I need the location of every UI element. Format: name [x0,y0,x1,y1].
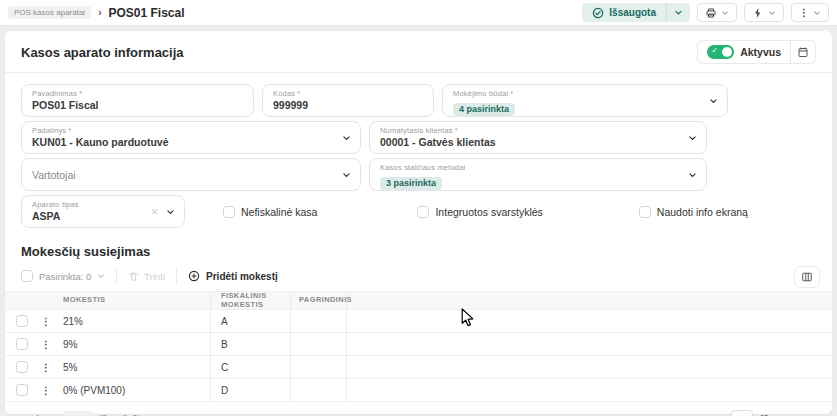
tax-section-title: Mokesčių susiejimas [5,228,832,269]
drawer-methods-badge: 3 pasirinkta [380,177,442,190]
row-menu-button[interactable]: ⋮ [33,379,59,401]
integrated-scales-checkbox[interactable] [417,206,429,218]
plus-circle-icon [188,270,200,282]
required-marker: * [510,89,513,98]
column-header-primary[interactable]: Pagrindinis [291,292,347,309]
row-menu-button[interactable]: ⋮ [33,356,59,378]
active-toggle[interactable]: ✓ [707,45,734,59]
chevron-down-icon[interactable] [342,170,351,179]
clear-icon[interactable]: × [151,205,158,219]
name-field[interactable]: Pavadinimas* POS01 Fiscal [21,84,254,117]
column-header-tax[interactable]: Mokestis [59,292,211,309]
chevron-down-icon[interactable] [688,170,697,179]
active-toggle-label: Aktyvus [740,46,781,58]
cell-fiscal-tax: A [211,310,291,332]
chevron-down-icon [721,9,729,17]
name-field-label: Pavadinimas [32,89,77,98]
calendar-icon [797,46,809,58]
info-screen-checkbox-item[interactable]: Naudoti info ekraną [639,206,748,218]
chevron-down-icon[interactable] [166,207,175,216]
row-checkbox[interactable] [16,361,28,373]
print-button[interactable] [697,3,737,22]
table-footer: Rodoma 1 - 4 iš 4 eilučių ‹ ANKSTESNIS 1… [5,402,832,416]
row-menu-button[interactable]: ⋮ [33,333,59,355]
cell-primary [291,310,347,332]
row-checkbox[interactable] [16,338,28,350]
row-checkbox-cell [5,310,33,332]
select-all-checkbox[interactable] [21,270,33,282]
current-page-box[interactable]: 1 [731,410,752,416]
info-screen-checkbox[interactable] [639,206,651,218]
column-settings-button[interactable] [794,266,820,288]
flash-icon [752,7,764,19]
row-checkbox[interactable] [16,384,28,396]
default-customer-select[interactable]: Numatytasis klientas* 00001 - Gatvės kli… [369,121,707,154]
breadcrumb[interactable]: POS kasos aparatai [8,6,91,19]
chevron-down-icon[interactable] [688,133,697,142]
cell-tax: 21% [59,310,211,332]
add-tax-button[interactable]: Pridėti mokestį [188,270,278,282]
columns-icon [801,271,813,283]
saved-button[interactable]: Išsaugota [582,3,666,22]
divider [176,269,177,283]
info-section-title: Kasos aparato informacija [21,45,184,60]
payment-methods-select[interactable]: Mokėjimo būdai* 4 pasirinkta [442,84,728,117]
code-field[interactable]: Kodas* 999999 [262,84,434,117]
saved-button-label: Išsaugota [609,7,656,18]
row-menu-button[interactable]: ⋮ [33,310,59,332]
code-field-label: Kodas [273,89,295,98]
saved-dropdown-button[interactable] [667,3,690,22]
info-screen-checkbox-label: Naudoti info ekraną [657,206,748,218]
payment-methods-label: Mokėjimo būdai [453,89,508,98]
users-select[interactable]: Vartotojai [21,158,361,191]
calendar-button[interactable] [791,41,815,63]
topbar: POS kasos aparatai › POS01 Fiscal Išsaug… [0,0,837,26]
kebab-icon: ⋮ [41,316,51,327]
default-customer-label: Numatytasis klientas [380,126,453,135]
integrated-scales-checkbox-item[interactable]: Integruotos svarstyklės [417,206,542,218]
cell-fiscal-tax: C [211,356,291,378]
more-menu-button[interactable]: ⋮ [791,3,829,22]
non-fiscal-checkbox[interactable] [223,206,235,218]
cell-primary [291,333,347,355]
required-marker: * [297,89,300,98]
header-menu-cell [33,292,59,309]
chevron-down-icon[interactable] [342,133,351,142]
payment-methods-badge: 4 pasirinkta [453,103,515,116]
drawer-methods-select[interactable]: Kasos stalčiaus metodai 3 pasirinkta [369,158,707,191]
cell-fiscal-tax: D [211,379,291,401]
machine-info-form: Pavadinimas* POS01 Fiscal Kodas* 999999 … [5,73,832,228]
non-fiscal-checkbox-item[interactable]: Nefiskalinė kasa [223,206,317,218]
users-placeholder: Vartotojai [32,169,76,181]
printer-icon [705,7,717,19]
cell-primary [291,379,347,401]
name-field-value: POS01 Fiscal [32,99,227,111]
chevron-down-icon[interactable] [709,96,718,105]
cell-tax: 5% [59,356,211,378]
chevron-down-icon [813,9,821,17]
row-checkbox[interactable] [16,315,28,327]
delete-button-label: Trinti [144,271,165,282]
cell-filler [347,310,832,332]
active-toggle-group: ✓ Aktyvus [698,45,790,59]
column-header-fiscal-tax[interactable]: Fiskalinis mokestis [211,292,291,309]
row-checkbox-cell [5,333,33,355]
division-label: Padalinys [32,126,66,135]
topbar-actions: Išsaugota ⋮ [582,3,829,22]
device-type-select[interactable]: Aparato tipas ASPA × [21,195,185,228]
actions-flash-button[interactable] [744,3,784,22]
division-select[interactable]: Padalinys* KUN01 - Kauno parduotuvė [21,121,361,154]
chevron-down-icon [97,272,105,280]
selected-count-dropdown[interactable]: Pasirinkta: 0 [21,270,105,282]
device-type-label: Aparato tipas [32,200,79,209]
rows-range: 1 - 4 [63,411,94,416]
table-row: ⋮ 9% B [5,333,832,356]
code-field-value: 999999 [273,99,407,111]
trash-icon [128,271,139,282]
kebab-icon: ⋮ [799,8,809,18]
cell-filler [347,333,832,355]
delete-button[interactable]: Trinti [128,271,165,282]
kebab-icon: ⋮ [41,385,51,396]
info-section-header: Kasos aparato informacija ✓ Aktyvus [5,31,832,72]
cell-primary [291,356,347,378]
